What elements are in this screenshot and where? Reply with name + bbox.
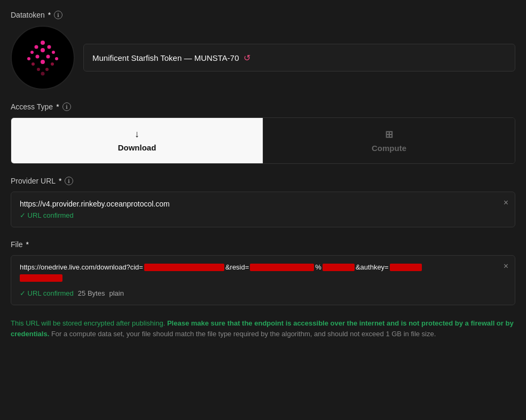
access-type-info-icon[interactable]: ℹ (62, 102, 71, 111)
datatoken-row: Munificent Starfish Token — MUNSTA-70 ↺ (11, 26, 515, 90)
provider-url-field: https://v4.provider.rinkeby.oceanprotoco… (11, 192, 515, 227)
svg-point-4 (41, 48, 45, 52)
provider-url-value: https://v4.provider.rinkeby.oceanprotoco… (20, 200, 493, 208)
svg-point-13 (37, 68, 40, 71)
file-resid-prefix: &resid= (225, 263, 249, 271)
svg-point-10 (32, 62, 35, 66)
svg-point-15 (41, 72, 45, 76)
file-close-button[interactable]: × (504, 262, 508, 271)
access-type-label: Access Type (11, 102, 53, 111)
info-text-section: This URL will be stored encrypted after … (11, 318, 515, 339)
svg-point-6 (27, 57, 30, 60)
file-required: * (26, 240, 29, 249)
provider-url-confirmed: ✓ URL confirmed (20, 211, 493, 219)
refresh-icon[interactable]: ↺ (244, 53, 250, 63)
file-url-line: https://onedrive.live.com/download?cid= … (20, 263, 493, 271)
file-meta: ✓ URL confirmed 25 Bytes plain (20, 289, 493, 297)
file-url-prefix: https://onedrive.live.com/download?cid= (20, 263, 143, 271)
provider-url-required: * (59, 177, 61, 185)
file-label-row: File* (11, 240, 515, 249)
file-field: https://onedrive.live.com/download?cid= … (11, 255, 515, 305)
access-type-label-row: Access Type* ℹ (11, 102, 515, 111)
svg-point-11 (41, 60, 45, 64)
provider-url-section: Provider URL* ℹ https://v4.provider.rink… (11, 177, 515, 227)
provider-url-close-button[interactable]: × (504, 199, 508, 207)
download-label: Download (118, 143, 156, 152)
file-cid-redacted (144, 264, 224, 271)
compute-label: Compute (372, 144, 406, 153)
file-authkey-prefix: &authkey= (356, 263, 389, 271)
info-normal: For a compute data set, your file should… (51, 330, 436, 338)
file-percent-redacted (323, 264, 355, 271)
file-section: File* https://onedrive.live.com/download… (11, 240, 515, 305)
access-type-section: Access Type* ℹ ↓ Download ⊞ Compute (11, 102, 515, 164)
token-name-field: Munificent Starfish Token — MUNSTA-70 ↺ (83, 44, 515, 72)
provider-url-label: Provider URL (11, 177, 56, 185)
svg-point-9 (55, 57, 58, 60)
datatoken-section: Datatoken* ℹ (11, 11, 515, 90)
info-highlight: This URL will be stored encrypted after … (11, 319, 165, 327)
token-logo-icon (21, 36, 64, 79)
access-type-required: * (56, 102, 59, 111)
file-authkey-redacted (390, 264, 422, 271)
token-avatar (11, 26, 75, 90)
datatoken-label-row: Datatoken* ℹ (11, 11, 515, 19)
provider-url-info-icon[interactable]: ℹ (65, 177, 73, 185)
download-button[interactable]: ↓ Download (11, 118, 263, 163)
access-type-buttons: ↓ Download ⊞ Compute (11, 117, 515, 164)
svg-point-3 (30, 51, 34, 54)
provider-url-label-row: Provider URL* ℹ (11, 177, 515, 185)
file-label: File (11, 240, 23, 249)
file-url-confirmed: ✓ URL confirmed (20, 289, 74, 297)
compute-icon: ⊞ (385, 129, 393, 140)
datatoken-info-icon[interactable]: ℹ (54, 11, 62, 19)
compute-button[interactable]: ⊞ Compute (263, 118, 515, 163)
datatoken-required: * (48, 11, 51, 19)
svg-point-14 (45, 68, 49, 71)
svg-point-0 (41, 41, 45, 45)
svg-point-1 (35, 45, 38, 49)
svg-point-5 (52, 51, 55, 54)
svg-point-12 (51, 62, 54, 66)
datatoken-label: Datatoken (11, 11, 45, 19)
token-name-text: Munificent Starfish Token — MUNSTA-70 (92, 53, 239, 62)
file-size: 25 Bytes (78, 289, 105, 297)
file-percent: % (315, 263, 321, 271)
svg-point-2 (48, 45, 51, 49)
download-icon: ↓ (135, 129, 139, 140)
svg-point-8 (46, 55, 50, 59)
file-extra-redacted (20, 274, 62, 282)
file-resid-redacted (250, 264, 314, 271)
svg-point-7 (36, 55, 40, 59)
file-format: plain (109, 289, 123, 297)
